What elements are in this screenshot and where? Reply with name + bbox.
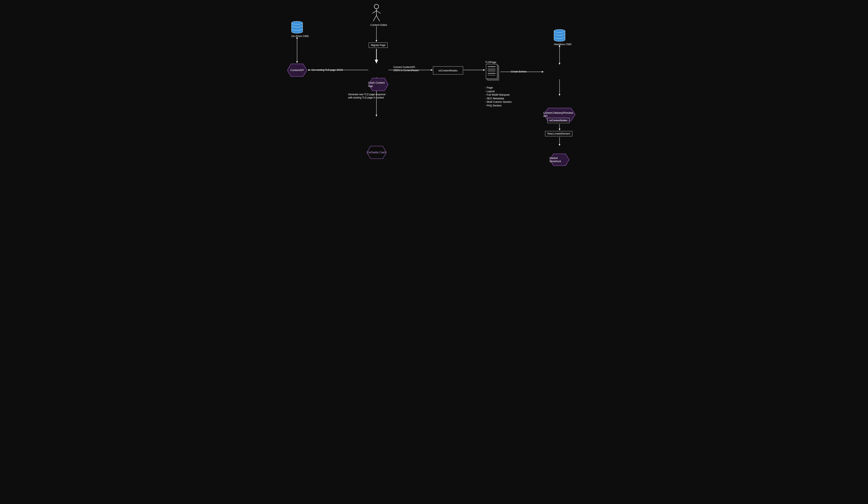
to-content-nodes-node: toContentNodes (433, 66, 463, 74)
entry-type-item: Layout (485, 90, 512, 93)
person-icon (370, 4, 383, 22)
caas-content-app-label: CaaS Content App (368, 81, 389, 88)
entry-type-item: SEO Metadata (485, 97, 512, 100)
onprem-cms-datastore: On-Prem CMS (291, 21, 303, 38)
database-icon (554, 29, 565, 41)
document-stack-icon (486, 64, 499, 80)
database-icon (291, 21, 303, 33)
edge-generate-response: Generate new TLD page response with exis… (348, 93, 385, 99)
content-api-node: ContentAPI (287, 63, 307, 77)
svg-point-15 (374, 4, 379, 9)
to-content-nodes-2-node: toContentNodes (547, 118, 569, 123)
entry-type-item: Full Width Marquee (485, 93, 512, 97)
diagram-edges (285, 0, 583, 171)
svg-line-18 (376, 11, 381, 13)
migrate-page-node: Migrate Page (369, 42, 388, 48)
to-content-nodes-label: toContentNodes (438, 69, 458, 72)
svg-line-20 (376, 16, 380, 21)
content-api-label: ContentAPI (290, 69, 304, 72)
svg-line-19 (373, 16, 376, 21)
entry-type-item: FAQ Section (485, 104, 512, 107)
to-content-nodes-2-label: toContentNodes (550, 119, 567, 122)
migrate-page-label: Migrate Page (371, 44, 385, 47)
tldpage-document (486, 64, 499, 80)
tldpage-label: TLDPage (485, 60, 496, 64)
godaddy-caas-node: GoDaddy CaaS (366, 145, 387, 160)
architecture-diagram: On-Prem CMS Headless CMS Content Editor … (285, 0, 583, 171)
svg-line-17 (372, 11, 376, 13)
entry-type-item: Multi Column Section (485, 100, 512, 104)
headless-cms-label: Headless CMS (554, 43, 565, 46)
react-create-element-label: React.createElement (547, 132, 570, 135)
content-editor-actor: Content Editor (370, 4, 387, 27)
godaddy-caas-label: GoDaddy CaaS (367, 151, 386, 154)
gasket-storefront-node: Gasket Storefront (549, 153, 570, 166)
edge-convert-json: Convert ContentAPI JSON to ContentNodes (393, 65, 419, 72)
edge-create-entries: Create Entries (511, 70, 527, 73)
content-delivery-api-label: Content Delivery/Preview API (543, 111, 576, 117)
entry-type-item: Page (485, 86, 512, 90)
headless-cms-datastore: Headless CMS (554, 29, 565, 46)
onprem-cms-label: On-Prem CMS (291, 34, 303, 38)
react-create-element-node: React.createElement (545, 131, 572, 136)
caas-content-app-node: CaaS Content App (368, 77, 389, 92)
edge-get-tld-json: Get existing TLD page JSON (311, 68, 343, 72)
content-editor-label: Content Editor (370, 23, 387, 27)
gasket-storefront-label: Gasket Storefront (549, 156, 570, 163)
entry-types-list: PageLayoutFull Width MarqueeSEO Metadata… (485, 85, 512, 107)
